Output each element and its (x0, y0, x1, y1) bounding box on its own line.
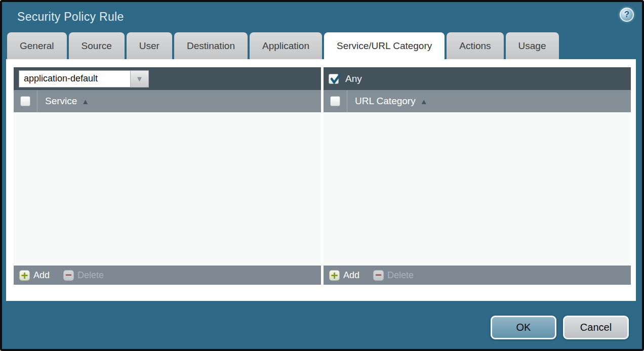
service-column-header-row: Service ▲ (14, 90, 321, 112)
tab-content-service-url-category: ▼ Service ▲ + Add (6, 59, 636, 301)
panels-container: ▼ Service ▲ + Add (14, 67, 631, 285)
tab-application[interactable]: Application (250, 32, 322, 59)
tab-bar: General Source User Destination Applicat… (2, 31, 642, 59)
security-policy-rule-dialog: Security Policy Rule ? General Source Us… (0, 0, 644, 351)
service-add-button[interactable]: + Add (19, 270, 50, 281)
tab-label: User (139, 40, 159, 52)
tab-usage[interactable]: Usage (506, 32, 559, 59)
service-panel: ▼ Service ▲ + Add (14, 67, 321, 285)
chevron-down-icon: ▼ (136, 75, 143, 82)
tab-label: Application (262, 40, 309, 52)
help-icon[interactable]: ? (620, 8, 634, 22)
tab-general[interactable]: General (7, 32, 67, 59)
plus-icon: + (329, 270, 340, 281)
tab-actions[interactable]: Actions (447, 32, 503, 59)
service-panel-footer: + Add − Delete (14, 266, 321, 285)
add-button-label: Add (343, 270, 359, 281)
minus-icon: − (63, 270, 74, 281)
add-button-label: Add (33, 270, 50, 281)
url-category-delete-button: − Delete (373, 270, 414, 281)
service-list-body (14, 112, 321, 266)
checkmark-icon (330, 73, 342, 85)
delete-button-label: Delete (77, 270, 104, 281)
service-panel-header: ▼ (14, 67, 321, 90)
tab-label: Actions (459, 40, 491, 52)
ok-button[interactable]: OK (491, 316, 556, 339)
service-select-all-checkbox[interactable] (20, 96, 30, 106)
url-category-select-all-checkbox[interactable] (330, 96, 340, 106)
tab-label: Usage (518, 40, 546, 52)
url-category-panel-footer: + Add − Delete (324, 266, 631, 285)
url-category-add-button[interactable]: + Add (329, 270, 359, 281)
cancel-button[interactable]: Cancel (563, 316, 629, 339)
titlebar: Security Policy Rule (2, 2, 642, 31)
url-category-panel: Any URL Category ▲ + Add − (324, 67, 631, 285)
url-category-column-header[interactable]: URL Category (355, 96, 416, 107)
plus-icon: + (19, 270, 30, 281)
tab-service-url-category[interactable]: Service/URL Category (324, 32, 445, 59)
url-category-select-all-cell (324, 90, 347, 112)
url-category-panel-header: Any (324, 67, 631, 90)
service-type-dropdown-button[interactable]: ▼ (130, 70, 149, 87)
tab-source[interactable]: Source (69, 32, 125, 59)
delete-button-label: Delete (387, 270, 414, 281)
minus-icon: − (373, 270, 384, 281)
any-label: Any (345, 73, 362, 84)
tab-destination[interactable]: Destination (174, 32, 248, 59)
dialog-action-buttons: OK Cancel (491, 316, 629, 339)
tab-label: General (20, 40, 54, 52)
tab-label: Source (82, 40, 112, 52)
tab-label: Service/URL Category (337, 40, 432, 52)
service-select-all-cell (14, 90, 37, 112)
service-delete-button: − Delete (63, 270, 104, 281)
any-checkbox[interactable] (329, 74, 339, 84)
url-category-column-header-row: URL Category ▲ (324, 90, 631, 112)
question-mark-glyph: ? (624, 10, 629, 20)
tab-user[interactable]: User (127, 32, 172, 59)
service-type-combobox: ▼ (19, 70, 149, 87)
sort-ascending-icon[interactable]: ▲ (82, 97, 89, 106)
service-column-header[interactable]: Service (45, 96, 77, 107)
url-category-list-body (324, 112, 631, 266)
sort-ascending-icon[interactable]: ▲ (420, 97, 428, 106)
tab-label: Destination (187, 40, 235, 52)
service-type-input[interactable] (19, 70, 130, 87)
dialog-title: Security Policy Rule (17, 10, 124, 24)
